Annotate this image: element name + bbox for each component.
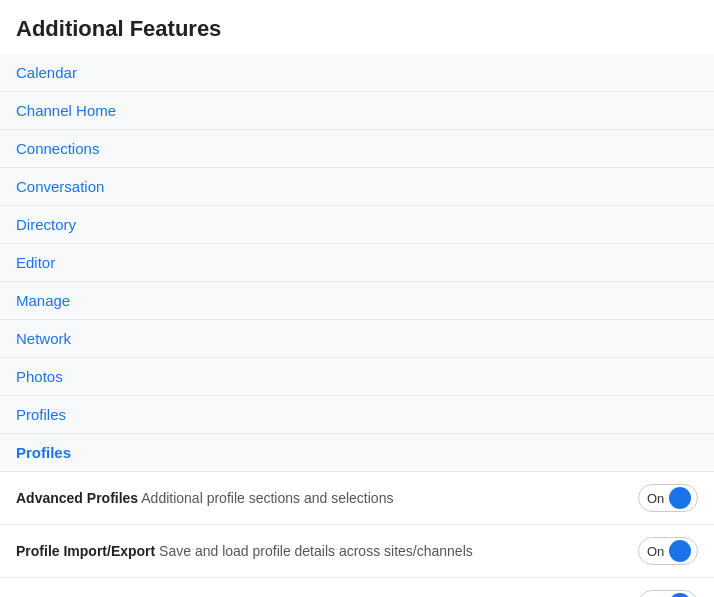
nav-item-manage: Manage xyxy=(0,282,714,320)
nav-link-profiles[interactable]: Profiles xyxy=(0,396,714,433)
features-list: Advanced Profiles Additional profile sec… xyxy=(0,472,714,597)
toggle-label-profile-import-export: On xyxy=(647,544,664,559)
nav-item-photos: Photos xyxy=(0,358,714,396)
toggle-multiple-profiles[interactable]: On xyxy=(638,590,698,597)
nav-item-profiles: Profiles xyxy=(0,396,714,434)
feature-desc-advanced-profiles: Additional profile sections and selectio… xyxy=(138,490,393,506)
nav-list: CalendarChannel HomeConnectionsConversat… xyxy=(0,54,714,434)
feature-row-advanced-profiles: Advanced Profiles Additional profile sec… xyxy=(0,472,714,525)
nav-item-editor: Editor xyxy=(0,244,714,282)
nav-item-connections: Connections xyxy=(0,130,714,168)
nav-link-connections[interactable]: Connections xyxy=(0,130,714,167)
nav-item-directory: Directory xyxy=(0,206,714,244)
nav-link-directory[interactable]: Directory xyxy=(0,206,714,243)
profiles-section-header: Profiles xyxy=(0,434,714,472)
nav-item-network: Network xyxy=(0,320,714,358)
nav-link-editor[interactable]: Editor xyxy=(0,244,714,281)
nav-link-photos[interactable]: Photos xyxy=(0,358,714,395)
toggle-advanced-profiles[interactable]: On xyxy=(638,484,698,512)
nav-item-calendar: Calendar xyxy=(0,54,714,92)
feature-row-multiple-profiles: Multiple Profiles Ability to create mult… xyxy=(0,578,714,597)
toggle-knob-multiple-profiles xyxy=(669,593,691,597)
nav-item-conversation: Conversation xyxy=(0,168,714,206)
nav-link-manage[interactable]: Manage xyxy=(0,282,714,319)
nav-link-calendar[interactable]: Calendar xyxy=(0,54,714,91)
toggle-knob-advanced-profiles xyxy=(669,487,691,509)
nav-link-channel-home[interactable]: Channel Home xyxy=(0,92,714,129)
page-container: Additional Features CalendarChannel Home… xyxy=(0,0,714,597)
feature-row-profile-import-export: Profile Import/Export Save and load prof… xyxy=(0,525,714,578)
feature-label-advanced-profiles: Advanced Profiles Additional profile sec… xyxy=(16,490,393,506)
feature-name-profile-import-export: Profile Import/Export xyxy=(16,543,155,559)
toggle-profile-import-export[interactable]: On xyxy=(638,537,698,565)
page-title: Additional Features xyxy=(0,16,714,54)
toggle-knob-profile-import-export xyxy=(669,540,691,562)
nav-link-network[interactable]: Network xyxy=(0,320,714,357)
feature-desc-profile-import-export: Save and load profile details across sit… xyxy=(155,543,473,559)
nav-item-channel-home: Channel Home xyxy=(0,92,714,130)
feature-label-profile-import-export: Profile Import/Export Save and load prof… xyxy=(16,543,473,559)
feature-name-advanced-profiles: Advanced Profiles xyxy=(16,490,138,506)
nav-link-conversation[interactable]: Conversation xyxy=(0,168,714,205)
toggle-label-advanced-profiles: On xyxy=(647,491,664,506)
